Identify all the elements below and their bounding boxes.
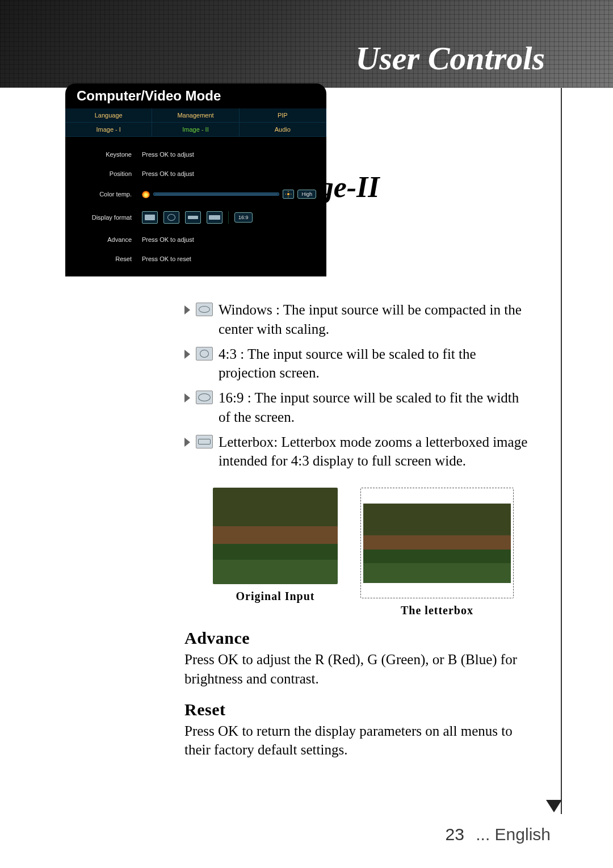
original-input-image <box>213 488 338 584</box>
osd-label-advance: Advance <box>65 236 142 243</box>
example-images: Original Input The letterbox <box>213 488 545 617</box>
osd-tab-image2[interactable]: Image - II <box>152 123 239 137</box>
format-letterbox-icon <box>196 435 213 448</box>
format-169-icon[interactable] <box>185 211 201 224</box>
osd-label-position: Position <box>65 170 142 177</box>
osd-value-keystone[interactable]: Press OK to adjust <box>142 151 316 158</box>
heading-reset: Reset <box>184 700 545 719</box>
osd-tab-image1[interactable]: Image - I <box>65 123 152 137</box>
vertical-rule <box>561 88 562 814</box>
osd-title: Computer/Video Mode <box>65 83 326 108</box>
bullet-169: 16:9 : The input source will be scaled t… <box>184 388 534 427</box>
format-43-icon[interactable] <box>163 211 179 224</box>
bullet-arrow-icon <box>184 305 190 315</box>
osd-value-position[interactable]: Press OK to adjust <box>142 170 316 177</box>
page-header-title: User Controls <box>355 39 545 77</box>
osd-tab-pip[interactable]: PIP <box>240 108 326 123</box>
osd-screenshot: Computer/Video Mode Language Management … <box>65 83 326 276</box>
osd-label-colortemp: Color temp. <box>65 191 142 198</box>
osd-label-keystone: Keystone <box>65 151 142 158</box>
page-language: ... English <box>476 825 551 844</box>
bullet-arrow-icon <box>184 393 190 402</box>
flame-icon <box>142 190 150 198</box>
bullet-windows: Windows : The input source will be compa… <box>184 300 534 339</box>
bullet-letterbox: Letterbox: Letterbox mode zooms a letter… <box>184 433 534 471</box>
format-letterbox-icon[interactable] <box>207 211 222 224</box>
page-footer: 23 ... English <box>446 825 551 844</box>
osd-tab-management[interactable]: Management <box>152 108 239 123</box>
bullet-43: 4:3 : The input source will be scaled to… <box>184 345 534 383</box>
format-windows-icon <box>196 303 213 316</box>
osd-value-reset[interactable]: Press OK to reset <box>142 255 316 262</box>
format-43-icon <box>196 347 213 360</box>
osd-label-displayformat: Display format <box>65 214 142 221</box>
text-reset: Press OK to return the display parameter… <box>184 722 534 760</box>
format-windows-icon[interactable] <box>142 211 158 224</box>
heading-advance: Advance <box>184 628 545 648</box>
osd-colortemp-slider[interactable]: High <box>142 190 316 199</box>
osd-tab-language[interactable]: Language <box>65 108 152 123</box>
text-advance: Press OK to adjust the R (Red), G (Green… <box>184 650 534 689</box>
osd-label-reset: Reset <box>65 255 142 262</box>
osd-tab-audio[interactable]: Audio <box>240 123 326 137</box>
format-169-icon <box>196 391 213 404</box>
sun-icon <box>283 190 294 199</box>
osd-displayformat-value: 16:9 <box>234 212 253 223</box>
header-band: User Controls <box>0 0 613 88</box>
svg-point-0 <box>287 193 289 195</box>
osd-value-advance[interactable]: Press OK to adjust <box>142 236 316 243</box>
osd-displayformat-options[interactable]: 16:9 <box>142 211 253 224</box>
down-arrow-icon <box>546 800 562 812</box>
page-number: 23 <box>446 825 464 844</box>
letterbox-image <box>360 488 514 598</box>
bullet-arrow-icon <box>184 350 190 359</box>
bullet-arrow-icon <box>184 438 190 447</box>
caption-original: Original Input <box>213 590 338 603</box>
caption-letterbox: The letterbox <box>360 604 514 617</box>
osd-colortemp-value: High <box>297 190 316 199</box>
